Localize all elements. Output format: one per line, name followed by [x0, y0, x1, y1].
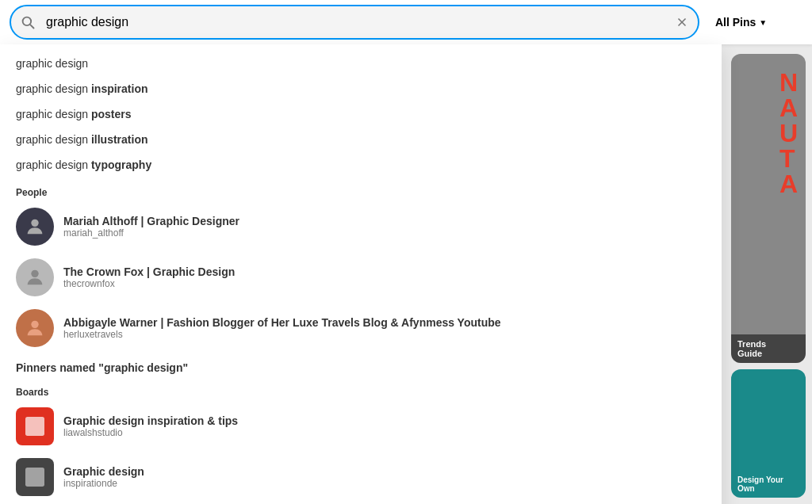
- suggestion-item[interactable]: graphic design illustration: [0, 127, 722, 152]
- suggestion-item[interactable]: graphic design typography: [0, 152, 722, 178]
- board-owner: inspirationde: [63, 478, 144, 489]
- board-title: Graphic design: [63, 465, 144, 478]
- svg-point-4: [31, 220, 38, 227]
- board-info: Graphic design inspiration & tips liawal…: [63, 414, 238, 438]
- board-item[interactable]: Graphic design inspiration & tips liawal…: [0, 401, 722, 452]
- boards-section-label: Boards: [0, 377, 722, 401]
- trends-label: TrendsGuide: [731, 334, 806, 363]
- topbar: All Pins ▼: [0, 0, 812, 44]
- suggestion-item[interactable]: graphic design: [0, 51, 722, 76]
- person-info: The Crown Fox | Graphic Design thecrownf…: [63, 265, 235, 289]
- person-handle: thecrownfox: [63, 278, 235, 289]
- person-item[interactable]: Abbigayle Warner | Fashion Blogger of He…: [0, 303, 722, 353]
- right-pin-2: Design Your Own: [731, 369, 806, 498]
- search-wrapper: [10, 5, 699, 40]
- svg-point-6: [31, 321, 38, 328]
- right-pin-1: NAUTA TrendsGuide: [731, 54, 806, 363]
- all-pins-button[interactable]: All Pins ▼: [706, 10, 776, 35]
- person-name: Mariah Althoff | Graphic Designer: [63, 215, 239, 227]
- chevron-down-icon: ▼: [759, 18, 767, 27]
- suggestion-item[interactable]: graphic design posters: [0, 101, 722, 127]
- person-info: Mariah Althoff | Graphic Designer mariah…: [63, 215, 239, 239]
- suggestion-text: graphic design: [16, 57, 88, 70]
- svg-point-5: [31, 270, 38, 277]
- person-info: Abbigayle Warner | Fashion Blogger of He…: [63, 316, 501, 340]
- suggestion-text: graphic design posters: [16, 108, 132, 120]
- search-icon: [21, 15, 35, 29]
- nauta-text: NAUTA: [779, 70, 799, 197]
- svg-line-1: [30, 25, 33, 28]
- board-thumbnail: [16, 407, 54, 445]
- suggestion-text: graphic design illustration: [16, 133, 148, 146]
- person-item[interactable]: The Crown Fox | Graphic Design thecrownf…: [0, 252, 722, 303]
- person-handle: mariah_althoff: [63, 227, 239, 239]
- people-section-label: People: [0, 178, 722, 201]
- svg-rect-8: [25, 468, 44, 487]
- avatar: [16, 258, 54, 296]
- person-handle: herluxetravels: [63, 329, 501, 340]
- board-item[interactable]: Graphic design inspirationde: [0, 452, 722, 502]
- clear-icon[interactable]: [676, 16, 688, 29]
- right-pins-area: NAUTA TrendsGuide Design Your Own: [725, 48, 812, 504]
- person-item[interactable]: Mariah Althoff | Graphic Designer mariah…: [0, 201, 722, 252]
- svg-rect-7: [25, 417, 44, 436]
- board-thumbnail: [16, 458, 54, 496]
- search-input[interactable]: [10, 5, 699, 40]
- avatar: [16, 208, 54, 246]
- board-owner: liawalshstudio: [63, 427, 238, 438]
- suggestion-item[interactable]: graphic design inspiration: [0, 76, 722, 101]
- all-pins-label: All Pins: [715, 16, 756, 29]
- pinners-named-label: Pinners named "graphic design": [0, 353, 722, 377]
- board-title: Graphic design inspiration & tips: [63, 414, 238, 427]
- suggestion-text: graphic design inspiration: [16, 82, 148, 95]
- avatar: [16, 309, 54, 347]
- person-name: The Crown Fox | Graphic Design: [63, 265, 235, 278]
- design-label: Design Your Own: [731, 471, 806, 498]
- person-name: Abbigayle Warner | Fashion Blogger of He…: [63, 316, 501, 329]
- search-dropdown: graphic design graphic design inspiratio…: [0, 44, 722, 504]
- svg-point-0: [23, 17, 32, 26]
- board-info: Graphic design inspirationde: [63, 465, 144, 489]
- suggestion-text: graphic design typography: [16, 158, 151, 171]
